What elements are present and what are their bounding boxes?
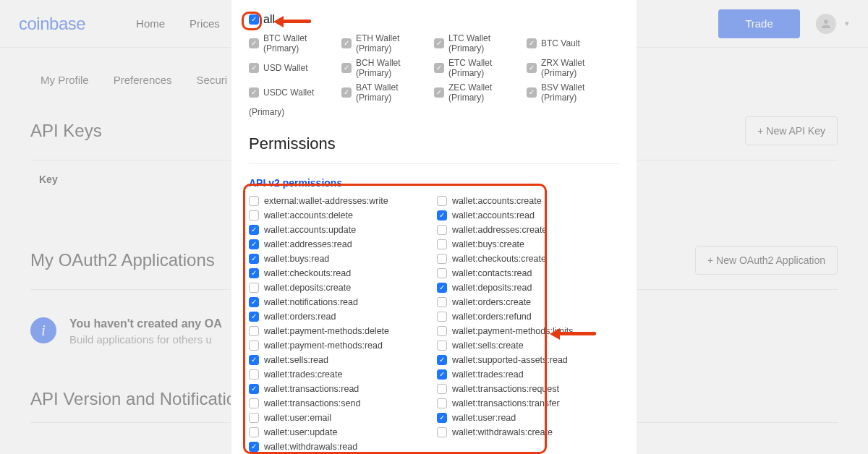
permission-label: wallet:orders:create [452, 297, 531, 307]
wallet-checkbox[interactable] [527, 38, 537, 48]
permission-checkbox[interactable] [437, 210, 447, 220]
permission-checkbox[interactable] [437, 225, 447, 235]
permission-checkbox[interactable] [249, 254, 259, 264]
permission-checkbox[interactable] [437, 355, 447, 365]
permission-checkbox[interactable] [249, 239, 259, 249]
permissions-heading: Permissions [249, 134, 619, 153]
permission-label: wallet:buys:read [264, 254, 329, 264]
permission-item: wallet:withdrawals:read [249, 442, 431, 452]
permission-checkbox[interactable] [249, 427, 259, 437]
permission-label: wallet:orders:read [264, 312, 336, 322]
wallet-checkbox[interactable] [434, 87, 444, 98]
wallet-item: BTC Vault [527, 33, 619, 53]
wallet-checkbox[interactable] [249, 63, 259, 73]
wallet-checkbox[interactable] [341, 87, 352, 98]
permission-label: wallet:transactions:transfer [452, 398, 560, 408]
permission-checkbox[interactable] [249, 210, 259, 220]
permission-checkbox[interactable] [249, 442, 259, 452]
permission-label: wallet:accounts:delete [264, 210, 353, 220]
permission-item: wallet:addresses:create [437, 225, 619, 235]
wallet-checkbox[interactable] [527, 87, 537, 98]
wallet-checkbox[interactable] [249, 38, 259, 48]
wallet-checkbox[interactable] [434, 38, 444, 48]
permission-checkbox[interactable] [249, 340, 259, 351]
permission-checkbox[interactable] [249, 225, 259, 235]
permission-item: wallet:accounts:update [249, 225, 431, 235]
permission-label: wallet:payment-methods:read [264, 340, 383, 351]
permission-label: external:wallet-addresses:write [264, 196, 388, 206]
permission-item: wallet:sells:create [437, 340, 619, 351]
permission-item: wallet:withdrawals:create [437, 427, 619, 437]
permission-checkbox[interactable] [249, 384, 259, 394]
permission-checkbox[interactable] [437, 326, 447, 336]
permission-item: wallet:user:email [249, 413, 431, 423]
permission-checkbox[interactable] [437, 254, 447, 264]
permission-item: wallet:supported-assets:read [437, 355, 619, 365]
permission-checkbox[interactable] [249, 283, 259, 293]
wallet-item: ETH Wallet (Primary) [341, 33, 434, 53]
wallet-checkbox[interactable] [341, 63, 352, 73]
permission-checkbox[interactable] [249, 196, 259, 206]
permission-checkbox[interactable] [437, 384, 447, 394]
permission-checkbox[interactable] [249, 326, 259, 336]
permission-checkbox[interactable] [437, 297, 447, 307]
permission-item: wallet:accounts:create [437, 196, 619, 206]
permission-checkbox[interactable] [249, 413, 259, 423]
permission-item: wallet:trades:create [249, 369, 431, 380]
wallet-checkbox[interactable] [434, 63, 444, 73]
permission-item: wallet:transactions:transfer [437, 398, 619, 408]
permission-checkbox[interactable] [437, 196, 447, 206]
wallet-label: BCH Wallet (Primary) [356, 58, 434, 78]
permission-item: wallet:checkouts:create [437, 254, 619, 264]
permission-label: wallet:transactions:send [264, 398, 360, 408]
permission-label: wallet:accounts:create [452, 196, 542, 206]
permission-checkbox[interactable] [249, 398, 259, 408]
wallet-label: ETH Wallet (Primary) [356, 33, 434, 53]
permission-label: wallet:payment-methods:delete [264, 326, 389, 336]
permission-item: wallet:contacts:read [437, 268, 619, 278]
permission-item: wallet:checkouts:read [249, 268, 431, 278]
wallet-item: BTC Wallet (Primary) [249, 33, 341, 53]
permission-label: wallet:user:update [264, 427, 337, 437]
wallet-orphan-text: (Primary) [249, 107, 619, 117]
permission-checkbox[interactable] [437, 268, 447, 278]
permission-label: wallet:user:read [452, 413, 516, 423]
permission-item: external:wallet-addresses:write [249, 196, 431, 206]
wallet-label: BTC Wallet (Primary) [263, 33, 341, 53]
permission-checkbox[interactable] [437, 239, 447, 249]
permission-item: wallet:sells:read [249, 355, 431, 365]
permission-checkbox[interactable] [249, 268, 259, 278]
divider [249, 163, 619, 164]
permission-checkbox[interactable] [249, 369, 259, 380]
permission-checkbox[interactable] [437, 398, 447, 408]
permission-label: wallet:orders:refund [452, 312, 532, 322]
permission-checkbox[interactable] [249, 297, 259, 307]
permission-checkbox[interactable] [437, 369, 447, 380]
wallet-checkbox[interactable] [527, 63, 537, 73]
permission-checkbox[interactable] [249, 312, 259, 322]
permission-checkbox[interactable] [437, 283, 447, 293]
permission-label: wallet:sells:create [452, 340, 524, 351]
permission-item: wallet:user:update [249, 427, 431, 437]
wallet-label: BAT Wallet (Primary) [356, 82, 434, 103]
permission-label: wallet:withdrawals:create [452, 427, 553, 437]
wallet-checkbox[interactable] [341, 38, 352, 48]
permission-label: wallet:contacts:read [452, 268, 532, 278]
all-checkbox[interactable] [249, 14, 259, 25]
wallet-label: BTC Vault [541, 38, 580, 48]
permission-item: wallet:transactions:send [249, 398, 431, 408]
permission-label: wallet:withdrawals:read [264, 442, 357, 452]
permission-checkbox[interactable] [437, 427, 447, 437]
permission-label: wallet:transactions:request [452, 384, 559, 394]
permission-label: wallet:user:email [264, 413, 331, 423]
permission-label: wallet:trades:read [452, 369, 524, 380]
wallet-label: ZEC Wallet (Primary) [448, 82, 527, 103]
permission-checkbox[interactable] [437, 312, 447, 322]
permission-label: wallet:deposits:read [452, 283, 532, 293]
permission-checkbox[interactable] [437, 413, 447, 423]
permission-checkbox[interactable] [437, 340, 447, 351]
wallet-checkbox[interactable] [249, 87, 259, 98]
permission-checkbox[interactable] [249, 355, 259, 365]
permission-item: wallet:orders:refund [437, 312, 619, 322]
wallet-item: BAT Wallet (Primary) [341, 82, 434, 103]
